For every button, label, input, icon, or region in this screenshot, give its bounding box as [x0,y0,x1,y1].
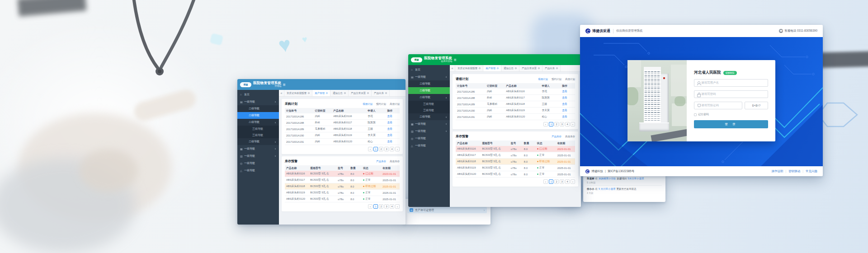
view-tab[interactable]: 通知公告 [330,90,349,96]
plan-filter-link[interactable]: 预约计划 [376,103,386,106]
sidebar-item[interactable]: 二级导航 ∧ [408,94,450,101]
sidebar-item[interactable]: ▦ 一级导航 ∨ [408,120,450,127]
plan-filter-link[interactable]: 领用计划 [538,78,548,81]
page-button[interactable]: 3 [384,147,389,151]
view-tab[interactable]: 产品出库 [372,90,390,96]
view-tab[interactable]: 资质证件效期预警 [455,65,483,71]
view-link[interactable]: 查看 [386,121,399,125]
view-link[interactable]: 查看 [561,96,575,100]
plan-filter-link[interactable]: 高值计划 [565,78,575,81]
sidebar-item[interactable]: ▤ 一级导航 ∧ [408,73,450,80]
sidebar-item[interactable]: ▦ 一级导航 ∨ [237,145,279,152]
sidebar-item[interactable]: 三级导航 [408,107,450,113]
username-field[interactable]: 请填写用户名 [694,79,768,87]
sidebar-item[interactable]: ⌂ 首页 [408,66,450,73]
page-button[interactable]: › [571,122,575,126]
menu-icon[interactable]: ≡ [283,79,286,90]
sidebar-item[interactable]: ▤ 一级导航 ∧ [237,98,279,105]
page-button[interactable]: 2 [554,122,559,126]
footer-link[interactable]: 密钥驱动 [783,169,801,173]
page-button[interactable]: 3 [384,204,389,209]
footer-link[interactable]: 常见问题 [800,169,817,173]
sidebar-item[interactable]: 二级导航 [408,80,450,87]
page-button[interactable]: 4 [390,204,394,209]
view-tab[interactable]: 产品分类设置 [519,65,542,71]
plan-filter-link[interactable]: 高值计划 [390,103,400,106]
view-link[interactable]: 查看 [386,133,399,137]
password-field[interactable]: 请填写密码 [694,90,768,98]
remember-checkbox[interactable] [694,113,697,116]
sidebar-item[interactable]: 三级导航 [408,101,450,107]
page-button[interactable]: 4 [565,179,570,184]
page-button[interactable]: 3 [560,122,564,126]
view-link[interactable]: 查看 [561,108,575,112]
collapse-tabs-icon[interactable]: « [279,90,284,96]
feed-text: 更新至已发布状态 [617,187,637,190]
page-button[interactable]: 3 [560,179,564,184]
view-link[interactable]: 查看 [386,140,399,144]
view-tab[interactable]: 资质证件效期预警 [284,90,312,96]
sidebar-item[interactable]: 三级导航 [237,126,279,132]
page-button[interactable]: ‹ [368,204,373,209]
page-button[interactable]: 1 [373,204,378,209]
tab-label: 资质证件效期预警 [287,92,307,95]
page-button[interactable]: 2 [379,204,383,209]
stock-filter-link[interactable]: 高值库存 [565,135,575,138]
plan-filter-link[interactable]: 领用计划 [363,103,373,106]
feed-link[interactable]: 5月日常小需求 [628,177,644,180]
page-button[interactable]: ‹ [543,179,548,184]
feed-link[interactable]: 5 月日常小需求 [599,187,616,190]
sidebar-item[interactable]: ▥ 一级导航 ∨ [408,127,450,135]
view-tab[interactable]: 通知公告 [501,65,519,71]
certificate-row[interactable]: ▤ 生产许可证管理 › [407,207,487,213]
page-button[interactable]: 4 [565,122,570,126]
stock-filter-link[interactable]: 产品库存 [376,160,386,163]
footer-link[interactable]: 操作说明 [772,169,783,173]
sidebar-item[interactable]: 二级导航 [408,87,450,94]
page-button[interactable]: 1 [549,179,553,184]
page-button[interactable]: 4 [390,147,394,151]
feed-link[interactable]: 风驰精英小分队 [599,177,616,180]
stock-filter-link[interactable]: 产品库存 [552,135,561,138]
view-link[interactable]: 查看 [561,89,575,94]
captcha-field[interactable]: 请填写验证码 [694,102,742,109]
view-tab[interactable]: 用户管理 [312,90,330,96]
view-link[interactable]: 查看 [561,115,575,119]
page-button[interactable]: › [395,147,400,151]
sidebar-item[interactable]: 三级导航 [237,132,279,138]
menu-icon[interactable]: ≡ [454,54,457,65]
sidebar-item[interactable]: ◎ 一级导航 [408,135,450,142]
sidebar-item[interactable]: △ 一级导航 [237,167,279,174]
view-tab[interactable]: 用户管理 [483,65,501,71]
collapse-tabs-icon[interactable]: « [450,65,455,71]
hospital-badge[interactable]: 切换医院 [723,71,737,75]
sidebar-item[interactable]: ▥ 一级导航 ∨ [237,152,279,159]
stock-filter-link[interactable]: 高值库存 [390,160,400,163]
page-button[interactable]: › [571,179,575,184]
view-tab[interactable]: 产品出库 [542,65,561,71]
sidebar-item[interactable]: 二级导航 ∨ [408,113,450,120]
sidebar-item[interactable]: 二级导航 ∨ [237,138,279,145]
sidebar-item[interactable]: △ 一级导航 [408,142,450,149]
login-button[interactable]: 登 录 [694,120,768,128]
page-button[interactable]: 1 [549,122,553,126]
page-button[interactable]: 1 [373,147,378,151]
sidebar-item[interactable]: 二级导航 [237,112,279,119]
captcha-question[interactable]: 6+8=? [745,102,768,109]
sidebar-item[interactable]: 二级导航 [237,105,279,112]
view-link[interactable]: 查看 [561,102,575,106]
page-button[interactable]: › [395,204,400,209]
sidebar-item[interactable]: ◎ 一级导航 [237,159,279,167]
sidebar-item[interactable]: ⌂ 首页 [237,91,279,98]
view-link[interactable]: 查看 [386,127,399,131]
page-button[interactable]: ‹ [368,147,373,151]
sidebar-item[interactable]: 二级导航 ∧ [237,119,279,126]
plan-filter-link[interactable]: 预约计划 [552,78,561,81]
view-link[interactable]: 查看 [386,114,399,118]
page-button[interactable]: ‹ [543,122,548,126]
sidebar-item-label: 二级导航 [420,82,447,86]
table-row: 20171001A186 内科 ABS床头柜0116 李现 查看 [285,113,400,120]
page-button[interactable]: 2 [379,147,383,151]
page-button[interactable]: 2 [554,179,559,184]
view-tab[interactable]: 产品分类设置 [349,90,372,96]
